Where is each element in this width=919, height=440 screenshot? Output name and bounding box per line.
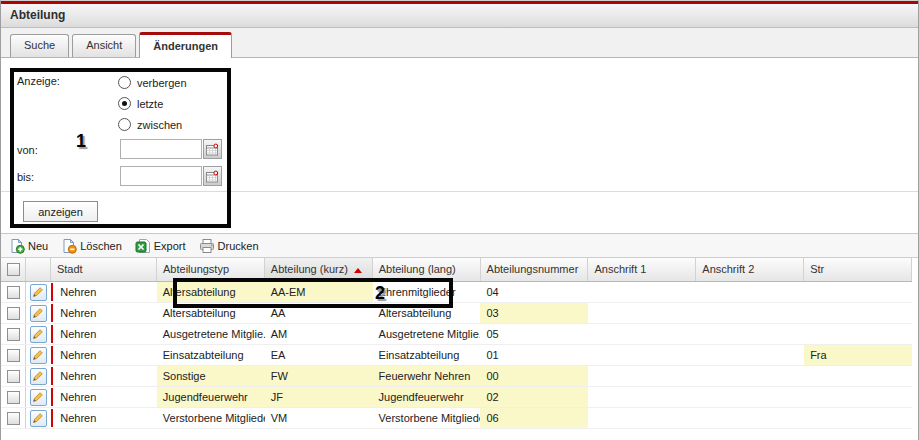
row-checkbox[interactable] <box>7 307 20 320</box>
von-field-group <box>120 139 222 159</box>
cell-abteilungstyp: Altersabteilung <box>157 282 265 302</box>
cell-abteilung-lang: Jugendfeuerwehr <box>373 387 481 407</box>
tab-aenderungen[interactable]: Änderungen <box>139 32 232 58</box>
cell-stadt: Nehren <box>50 324 157 344</box>
cell-abteilung-kurz: AA <box>265 303 373 323</box>
cell-abteilungstyp: Einsatzabteilung <box>157 345 265 365</box>
cell-strasse: Fra <box>804 345 912 365</box>
anzeigen-button[interactable]: anzeigen <box>23 201 98 222</box>
edit-column-header <box>26 258 51 281</box>
excel-icon <box>135 238 151 254</box>
cell-stadt: Nehren <box>50 282 157 302</box>
pencil-icon <box>32 307 44 319</box>
cell-abteilungsnummer: 06 <box>480 408 588 428</box>
aenderungen-form: Anzeige: verbergen letzte zwischen von: <box>1 58 918 234</box>
bis-label: bis: <box>17 171 34 183</box>
row-checkbox[interactable] <box>7 286 20 299</box>
cell-abteilungsnummer: 00 <box>480 366 588 386</box>
edit-row-button[interactable] <box>30 347 47 364</box>
cell-stadt: Nehren <box>50 387 157 407</box>
cell-strasse <box>804 282 912 302</box>
row-checkbox[interactable] <box>7 412 20 425</box>
cell-abteilungsnummer: 04 <box>480 282 588 302</box>
cell-abteilung-kurz: EA <box>265 345 373 365</box>
edit-row-button[interactable] <box>30 326 47 343</box>
radio-circle-icon[interactable] <box>118 118 131 131</box>
anzeige-label: Anzeige: <box>17 75 60 87</box>
cell-abteilung-kurz: FW <box>265 366 373 386</box>
radio-zwischen-label: zwischen <box>137 119 182 131</box>
cell-abteilung-lang: Verstorbene Mitglieder <box>373 408 481 428</box>
loeschen-button[interactable]: Löschen <box>61 238 122 254</box>
cell-abteilung-lang: Ausgetretene Mitglie... <box>373 324 481 344</box>
page-delete-icon <box>61 238 77 254</box>
calendar-icon <box>206 170 219 183</box>
tab-ansicht[interactable]: Ansicht <box>72 34 136 57</box>
table-row[interactable]: Nehren Einsatzabteilung EA Einsatzabteil… <box>1 345 912 366</box>
printer-icon <box>199 238 215 254</box>
cell-abteilungstyp: Verstorbene Mitglieder <box>157 408 265 428</box>
edit-row-button[interactable] <box>30 389 47 406</box>
table-row[interactable]: Nehren Verstorbene Mitglieder VM Verstor… <box>1 408 912 429</box>
neu-button[interactable]: Neu <box>9 238 48 254</box>
pencil-icon <box>32 412 44 424</box>
edit-row-button[interactable] <box>30 410 47 427</box>
von-datepicker-button[interactable] <box>203 139 222 159</box>
column-header-abteilungsnummer[interactable]: Abteilungsnummer <box>481 258 589 281</box>
column-header-anschrift2[interactable]: Anschrift 2 <box>696 258 804 281</box>
cell-abteilungsnummer: 05 <box>480 324 588 344</box>
tab-suche[interactable]: Suche <box>10 34 69 57</box>
pencil-icon <box>32 370 44 382</box>
drucken-button[interactable]: Drucken <box>199 238 259 254</box>
column-header-abteilung-lang[interactable]: Abteilung (lang) <box>373 258 481 281</box>
row-checkbox[interactable] <box>7 328 20 341</box>
table-row[interactable]: Nehren Ausgetretene Mitglie... AM Ausget… <box>1 324 912 345</box>
table-row[interactable]: Nehren Altersabteilung AA-EM Ehrenmitgli… <box>1 282 912 303</box>
radio-verbergen[interactable]: verbergen <box>118 76 187 89</box>
select-all-header-cell[interactable] <box>1 258 26 281</box>
edit-row-button[interactable] <box>30 284 47 301</box>
abteilung-window: Abteilung Suche Ansicht Änderungen Anzei… <box>0 0 919 440</box>
cell-strasse <box>804 366 912 386</box>
cell-abteilung-kurz: AM <box>265 324 373 344</box>
radio-selected-icon[interactable] <box>118 97 131 110</box>
radio-zwischen[interactable]: zwischen <box>118 118 182 131</box>
cell-strasse <box>804 303 912 323</box>
von-date-input[interactable] <box>120 139 202 159</box>
cell-abteilungsnummer: 03 <box>480 303 588 323</box>
cell-stadt: Nehren <box>50 303 157 323</box>
column-header-abteilung-kurz[interactable]: Abteilung (kurz) <box>265 258 373 281</box>
column-header-anschrift1[interactable]: Anschrift 1 <box>588 258 696 281</box>
cell-abteilung-kurz: VM <box>265 408 373 428</box>
bis-date-input[interactable] <box>120 166 202 186</box>
form-footer-divider <box>1 191 918 192</box>
edit-row-button[interactable] <box>30 305 47 322</box>
row-checkbox[interactable] <box>7 391 20 404</box>
cell-strasse <box>804 387 912 407</box>
radio-verbergen-label: verbergen <box>137 77 187 89</box>
row-checkbox[interactable] <box>7 370 20 383</box>
pencil-icon <box>32 328 44 340</box>
cell-abteilung-kurz: AA-EM <box>265 282 373 302</box>
pencil-icon <box>32 349 44 361</box>
select-all-checkbox[interactable] <box>7 263 20 276</box>
column-header-abteilungstyp[interactable]: Abteilungstyp <box>157 258 265 281</box>
table-row[interactable]: Nehren Altersabteilung AA Altersabteilun… <box>1 303 912 324</box>
cell-abteilungstyp: Jugendfeuerwehr <box>157 387 265 407</box>
cell-stadt: Nehren <box>50 345 157 365</box>
cell-strasse <box>804 324 912 344</box>
bis-datepicker-button[interactable] <box>203 166 222 186</box>
cell-abteilungsnummer: 02 <box>480 387 588 407</box>
radio-circle-icon[interactable] <box>118 76 131 89</box>
row-checkbox[interactable] <box>7 349 20 362</box>
sort-asc-icon <box>354 268 362 273</box>
cell-abteilung-lang: Feuerwehr Nehren <box>373 366 481 386</box>
edit-row-button[interactable] <box>30 368 47 385</box>
column-header-strasse[interactable]: Str <box>804 258 912 281</box>
radio-letzte[interactable]: letzte <box>118 97 163 110</box>
calendar-icon <box>206 143 219 156</box>
column-header-stadt[interactable]: Stadt <box>51 258 157 281</box>
export-button[interactable]: Export <box>135 238 186 254</box>
table-row[interactable]: Nehren Sonstige FW Feuerwehr Nehren 00 <box>1 366 912 387</box>
table-row[interactable]: Nehren Jugendfeuerwehr JF Jugendfeuerweh… <box>1 387 912 408</box>
